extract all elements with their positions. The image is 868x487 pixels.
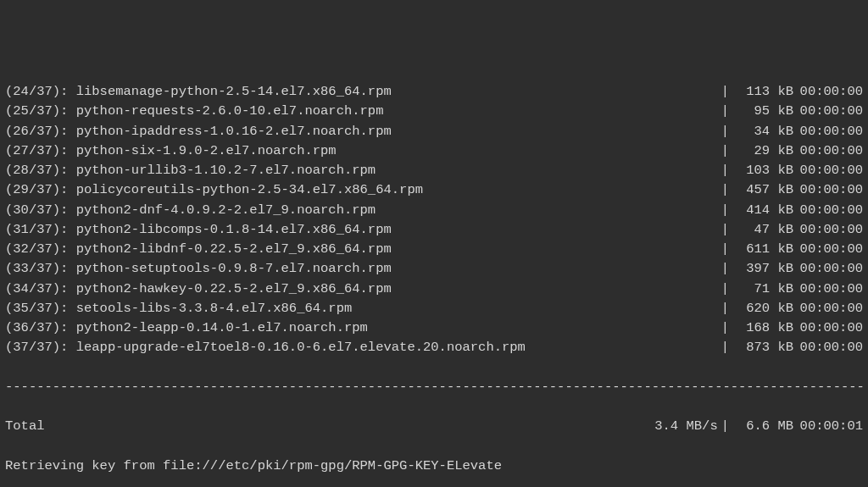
download-time: 00:00:00 <box>793 161 863 180</box>
pipe-separator: | <box>718 279 732 299</box>
download-time: 00:00:00 <box>793 220 863 240</box>
download-row: (25/37): python-requests-2.6.0-10.el7.no… <box>5 102 863 121</box>
download-filename: (24/37): libsemanage-python-2.5-14.el7.x… <box>5 82 718 102</box>
download-row: (29/37): policycoreutils-python-2.5-34.e… <box>5 180 863 200</box>
download-row: (24/37): libsemanage-python-2.5-14.el7.x… <box>5 82 863 102</box>
download-size: 47 kB <box>732 220 793 240</box>
download-filename: (27/37): python-six-1.9.0-2.el7.noarch.r… <box>5 141 718 161</box>
pipe-separator: | <box>718 161 732 180</box>
download-size: 397 kB <box>732 259 793 279</box>
download-time: 00:00:00 <box>793 259 863 279</box>
download-time: 00:00:00 <box>793 180 863 200</box>
download-size: 113 kB <box>732 82 793 102</box>
pipe-separator: | <box>718 417 732 436</box>
download-size: 34 kB <box>732 122 793 141</box>
download-time: 00:00:00 <box>793 240 863 259</box>
download-list: (24/37): libsemanage-python-2.5-14.el7.x… <box>5 82 863 358</box>
pipe-separator: | <box>718 82 732 102</box>
download-time: 00:00:00 <box>793 201 863 220</box>
total-label: Total <box>5 417 654 436</box>
download-time: 00:00:00 <box>793 338 863 357</box>
pipe-separator: | <box>718 259 732 279</box>
download-filename: (35/37): setools-libs-3.3.8-4.el7.x86_64… <box>5 299 718 318</box>
download-size: 611 kB <box>732 240 793 259</box>
download-size: 103 kB <box>732 161 793 180</box>
download-row: (33/37): python-setuptools-0.9.8-7.el7.n… <box>5 259 863 279</box>
download-filename: (33/37): python-setuptools-0.9.8-7.el7.n… <box>5 259 718 279</box>
download-filename: (31/37): python2-libcomps-0.1.8-14.el7.x… <box>5 220 718 240</box>
download-filename: (25/37): python-requests-2.6.0-10.el7.no… <box>5 102 718 121</box>
pipe-separator: | <box>718 102 732 121</box>
total-time: 00:00:01 <box>793 417 863 436</box>
download-time: 00:00:00 <box>793 82 863 102</box>
download-filename: (30/37): python2-dnf-4.0.9.2-2.el7_9.noa… <box>5 201 718 220</box>
download-size: 71 kB <box>732 279 793 299</box>
download-time: 00:00:00 <box>793 299 863 318</box>
pipe-separator: | <box>718 220 732 240</box>
download-filename: (32/37): python2-libdnf-0.22.5-2.el7_9.x… <box>5 240 718 259</box>
pipe-separator: | <box>718 180 732 200</box>
download-time: 00:00:00 <box>793 102 863 121</box>
download-row: (32/37): python2-libdnf-0.22.5-2.el7_9.x… <box>5 240 863 259</box>
download-row: (35/37): setools-libs-3.3.8-4.el7.x86_64… <box>5 299 863 318</box>
download-row: (27/37): python-six-1.9.0-2.el7.noarch.r… <box>5 141 863 161</box>
download-filename: (29/37): policycoreutils-python-2.5-34.e… <box>5 180 718 200</box>
download-time: 00:00:00 <box>793 279 863 299</box>
total-size: 6.6 MB <box>732 417 793 436</box>
pipe-separator: | <box>718 122 732 141</box>
total-speed: 3.4 MB/s <box>654 417 717 436</box>
download-row: (28/37): python-urllib3-1.10.2-7.el7.noa… <box>5 161 863 180</box>
download-size: 414 kB <box>732 201 793 220</box>
download-row: (31/37): python2-libcomps-0.1.8-14.el7.x… <box>5 220 863 240</box>
download-time: 00:00:00 <box>793 141 863 161</box>
download-time: 00:00:00 <box>793 318 863 338</box>
pipe-separator: | <box>718 201 732 220</box>
download-row: (34/37): python2-hawkey-0.22.5-2.el7_9.x… <box>5 279 863 299</box>
download-filename: (28/37): python-urllib3-1.10.2-7.el7.noa… <box>5 161 718 180</box>
pipe-separator: | <box>718 318 732 338</box>
download-size: 29 kB <box>732 141 793 161</box>
download-size: 873 kB <box>732 338 793 357</box>
download-row: (36/37): python2-leapp-0.14.0-1.el7.noar… <box>5 318 863 338</box>
pipe-separator: | <box>718 338 732 357</box>
download-row: (30/37): python2-dnf-4.0.9.2-2.el7_9.noa… <box>5 201 863 220</box>
download-row: (26/37): python-ipaddress-1.0.16-2.el7.n… <box>5 122 863 141</box>
download-size: 620 kB <box>732 299 793 318</box>
download-filename: (26/37): python-ipaddress-1.0.16-2.el7.n… <box>5 122 718 141</box>
download-row: (37/37): leapp-upgrade-el7toel8-0.16.0-6… <box>5 338 863 357</box>
download-size: 95 kB <box>732 102 793 121</box>
pipe-separator: | <box>718 240 732 259</box>
gpg-retrieving-line: Retrieving key from file:///etc/pki/rpm-… <box>5 457 863 476</box>
total-row: Total 3.4 MB/s | 6.6 MB 00:00:01 <box>5 417 863 436</box>
pipe-separator: | <box>718 299 732 318</box>
download-time: 00:00:00 <box>793 122 863 141</box>
download-size: 457 kB <box>732 180 793 200</box>
separator-line: ----------------------------------------… <box>5 378 863 397</box>
download-filename: (34/37): python2-hawkey-0.22.5-2.el7_9.x… <box>5 279 718 299</box>
download-filename: (36/37): python2-leapp-0.14.0-1.el7.noar… <box>5 318 718 338</box>
pipe-separator: | <box>718 141 732 161</box>
download-filename: (37/37): leapp-upgrade-el7toel8-0.16.0-6… <box>5 338 718 357</box>
download-size: 168 kB <box>732 318 793 338</box>
